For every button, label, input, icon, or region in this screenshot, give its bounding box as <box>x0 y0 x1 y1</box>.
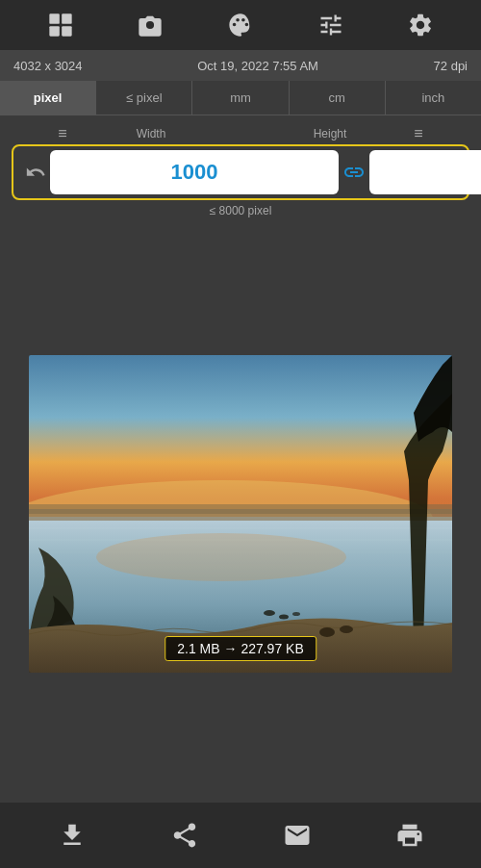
resize-area: ≡ Width Height ≡ 1000 750 ≤ 8000 pixel <box>0 115 481 225</box>
link-dimensions-button[interactable] <box>339 161 369 184</box>
svg-point-12 <box>96 533 346 581</box>
arrow-icon: → <box>223 641 237 656</box>
tab-pixel[interactable]: pixel <box>0 81 96 115</box>
image-preview <box>29 355 452 673</box>
tab-le-pixel[interactable]: ≤ pixel <box>96 81 192 115</box>
mail-button[interactable] <box>273 811 321 859</box>
sliders-icon[interactable] <box>310 4 352 46</box>
preview-image <box>29 355 452 673</box>
tab-mm[interactable]: mm <box>192 81 289 115</box>
image-resolution: 4032 x 3024 <box>13 59 83 73</box>
svg-rect-3 <box>62 26 71 36</box>
gallery-icon[interactable] <box>39 4 82 46</box>
height-menu-icon: ≡ <box>414 125 422 142</box>
svg-rect-0 <box>49 13 60 23</box>
height-input[interactable]: 750 <box>369 150 481 194</box>
svg-rect-2 <box>49 26 60 36</box>
palette-icon[interactable] <box>219 4 262 46</box>
print-button[interactable] <box>386 811 434 859</box>
svg-point-17 <box>292 612 300 616</box>
download-button[interactable] <box>48 811 96 859</box>
svg-rect-1 <box>62 13 71 23</box>
svg-point-19 <box>340 625 353 633</box>
svg-point-18 <box>319 627 335 637</box>
compressed-size: 227.97 KB <box>240 641 303 656</box>
resize-controls-row: 1000 750 <box>12 144 469 200</box>
image-area: 2.1 MB → 227.97 KB <box>0 225 481 803</box>
share-button[interactable] <box>161 811 209 859</box>
camera-icon[interactable] <box>129 4 171 46</box>
size-badge: 2.1 MB → 227.97 KB <box>165 636 316 661</box>
tab-cm[interactable]: cm <box>290 81 386 115</box>
width-menu-icon: ≡ <box>58 125 66 142</box>
image-date: Oct 19, 2022 7:55 AM <box>197 59 318 73</box>
width-input[interactable]: 1000 <box>50 150 339 194</box>
original-size: 2.1 MB <box>177 641 219 656</box>
max-hint: ≤ 8000 pixel <box>12 204 469 217</box>
svg-point-16 <box>279 615 289 620</box>
tab-inch[interactable]: inch <box>386 81 481 115</box>
undo-button[interactable] <box>21 158 50 187</box>
top-toolbar <box>0 0 481 50</box>
image-dpi: 72 dpi <box>434 59 468 73</box>
unit-tabs: pixel ≤ pixel mm cm inch <box>0 81 481 115</box>
meta-bar: 4032 x 3024 Oct 19, 2022 7:55 AM 72 dpi <box>0 50 481 81</box>
bottom-toolbar <box>0 803 481 868</box>
settings-icon[interactable] <box>399 4 442 46</box>
height-label: Height <box>258 127 402 140</box>
labels-row: ≡ Width Height ≡ <box>12 125 469 142</box>
width-label: Width <box>79 127 223 140</box>
image-container: 2.1 MB → 227.97 KB <box>29 355 452 673</box>
svg-point-15 <box>264 610 275 616</box>
svg-rect-14 <box>29 504 452 514</box>
